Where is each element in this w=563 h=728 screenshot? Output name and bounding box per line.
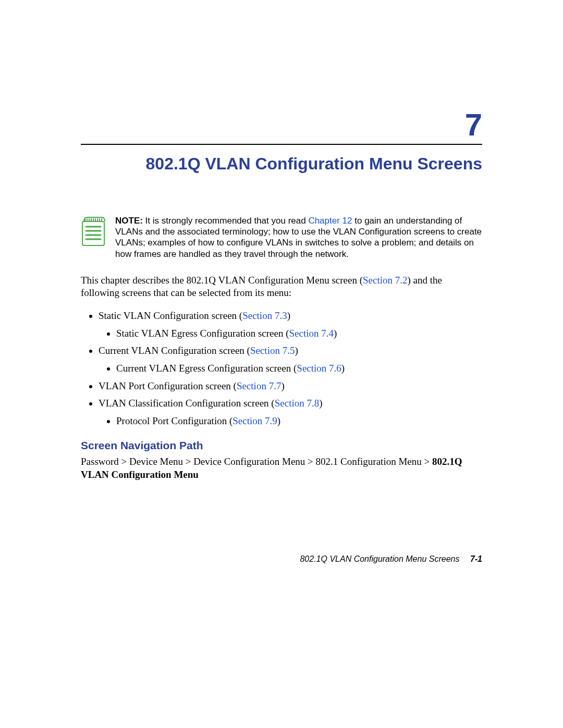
note-icon: [81, 215, 106, 246]
intro-section-link[interactable]: Section 7.2: [363, 275, 408, 286]
footer-page-number: 7-1: [470, 554, 482, 563]
li-close: ): [295, 345, 298, 356]
intro-paragraph: This chapter describes the 802.1Q VLAN C…: [81, 274, 482, 300]
li-close: ): [277, 415, 280, 426]
note-pre: It is strongly recommended that you read: [143, 216, 309, 226]
note-block: NOTE: It is strongly recommended that yo…: [81, 215, 482, 260]
li-text: Static VLAN Egress Configuration screen …: [116, 328, 289, 339]
li-close: ): [281, 380, 284, 391]
chapter-title: 802.1Q VLAN Configuration Menu Screens: [81, 154, 482, 174]
list-item: Current VLAN Egress Configuration screen…: [116, 362, 482, 375]
li-text: VLAN Port Configuration screen (: [99, 380, 237, 391]
page-footer: 802.1Q VLAN Configuration Menu Screens 7…: [81, 554, 482, 564]
nav-path-plain: Password > Device Menu > Device Configur…: [81, 456, 432, 467]
note-chapter-link[interactable]: Chapter 12: [308, 216, 352, 226]
sub-list: Protocol Port Configuration (Section 7.9…: [99, 414, 482, 428]
svg-rect-0: [82, 221, 104, 245]
list-item: VLAN Classification Configuration screen…: [99, 397, 482, 427]
li-text: Protocol Port Configuration (: [116, 415, 232, 426]
section-link[interactable]: Section 7.4: [289, 328, 334, 339]
section-link[interactable]: Section 7.7: [237, 380, 282, 391]
list-item: Static VLAN Egress Configuration screen …: [116, 327, 482, 340]
section-link[interactable]: Section 7.3: [242, 310, 287, 321]
chapter-number: 7: [81, 109, 482, 141]
section-link[interactable]: Section 7.9: [232, 415, 277, 426]
li-close: ): [334, 328, 337, 339]
screen-list: Static VLAN Configuration screen (Sectio…: [81, 309, 482, 427]
li-text: Current VLAN Egress Configuration screen…: [116, 363, 297, 374]
nav-path: Password > Device Menu > Device Configur…: [81, 455, 482, 482]
note-text: NOTE: It is strongly recommended that yo…: [115, 215, 482, 260]
sub-list: Current VLAN Egress Configuration screen…: [99, 362, 482, 375]
title-rule: [81, 144, 482, 145]
note-label: NOTE:: [115, 216, 143, 226]
footer-title: 802.1Q VLAN Configuration Menu Screens: [300, 554, 459, 563]
section-link[interactable]: Section 7.5: [250, 345, 295, 356]
list-item: VLAN Port Configuration screen (Section …: [99, 379, 482, 393]
section-link[interactable]: Section 7.6: [297, 363, 341, 374]
list-item: Current VLAN Configuration screen (Secti…: [99, 344, 482, 375]
page-content: 7 802.1Q VLAN Configuration Menu Screens: [81, 109, 482, 482]
list-item: Static VLAN Configuration screen (Sectio…: [99, 309, 482, 340]
li-close: ): [319, 398, 322, 409]
section-link[interactable]: Section 7.8: [275, 398, 320, 409]
li-close: ): [341, 363, 345, 374]
li-text: VLAN Classification Configuration screen…: [99, 398, 275, 409]
li-text: Static VLAN Configuration screen (: [99, 310, 242, 321]
li-close: ): [287, 310, 290, 321]
sub-list: Static VLAN Egress Configuration screen …: [99, 327, 482, 340]
list-item: Protocol Port Configuration (Section 7.9…: [116, 414, 482, 428]
li-text: Current VLAN Configuration screen (: [99, 345, 250, 356]
nav-heading: Screen Navigation Path: [81, 439, 482, 452]
intro-pre: This chapter describes the 802.1Q VLAN C…: [81, 275, 363, 286]
